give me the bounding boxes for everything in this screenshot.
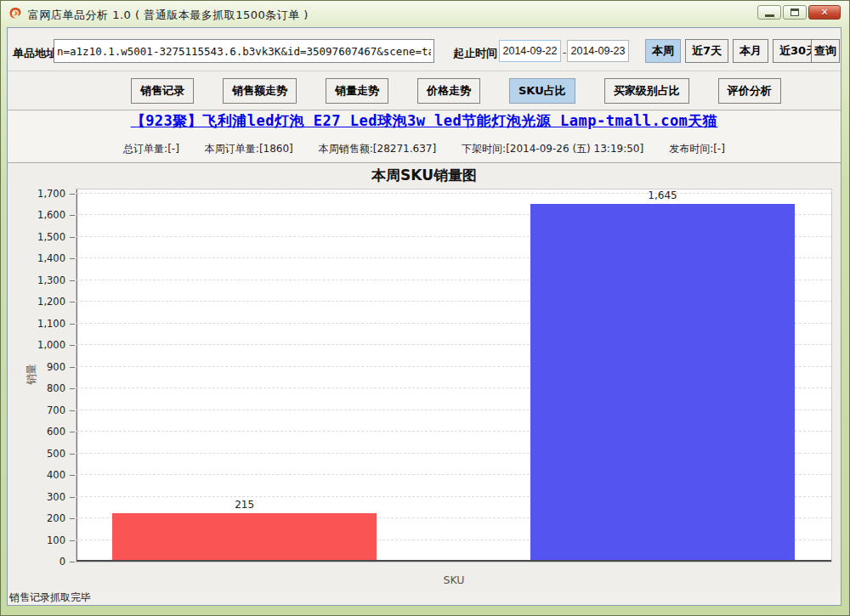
- product-link-row: 【923聚】飞利浦led灯泡 E27 Led球泡3w led节能灯泡光源 Lam…: [8, 111, 841, 137]
- y-tick-label: 1,200: [37, 296, 65, 308]
- close-icon: ✕: [820, 7, 828, 18]
- y-tick-mark: [70, 454, 75, 455]
- y-tick-label: 1,400: [37, 252, 65, 264]
- stat-item-0: 总订单量:[-]: [123, 142, 179, 156]
- range-button-0[interactable]: 本周: [645, 39, 681, 63]
- stat-item-3: 下架时间:[2014-09-26 (五) 13:19:50]: [462, 142, 643, 156]
- y-tick-label: 200: [47, 512, 65, 524]
- date-separator: -: [563, 47, 566, 59]
- tab-2[interactable]: 销量走势: [326, 78, 388, 104]
- y-tick-mark: [70, 237, 75, 238]
- stat-item-4: 发布时间:[-]: [669, 142, 725, 156]
- bar-value-label: 215: [112, 499, 377, 511]
- range-button-2[interactable]: 本月: [733, 39, 768, 63]
- y-tick-label: 1,100: [37, 318, 65, 330]
- range-button-group: 本周近7天本月近30天: [645, 39, 824, 63]
- y-tick-mark: [70, 388, 75, 389]
- y-tick-label: 1,500: [37, 231, 65, 243]
- range-button-1[interactable]: 近7天: [685, 39, 728, 63]
- y-tick-mark: [70, 497, 75, 498]
- y-tick-mark: [70, 562, 75, 562]
- y-tick-label: 1,300: [37, 274, 65, 286]
- window-controls: ✕: [757, 5, 841, 20]
- minimize-button[interactable]: [757, 5, 781, 20]
- y-tick-mark: [70, 410, 75, 411]
- y-axis-ticks: 01002003004005006007008009001,0001,1001,…: [8, 189, 76, 562]
- y-tick-label: 900: [47, 361, 65, 373]
- y-tick-label: 100: [47, 534, 65, 546]
- minimize-icon: [765, 14, 774, 17]
- y-axis-line: [76, 189, 77, 562]
- bar-value-label: 1,645: [530, 189, 796, 201]
- y-tick-mark: [70, 367, 75, 368]
- tab-1[interactable]: 销售额走势: [223, 78, 297, 104]
- tab-5[interactable]: 买家级别占比: [604, 78, 689, 104]
- tab-bar: 销售记录销售额走势销量走势价格走势SKU占比买家级别占比评价分析: [8, 71, 841, 110]
- y-tick-label: 700: [47, 404, 65, 416]
- app-icon: [8, 7, 22, 20]
- y-tick-mark: [70, 324, 75, 325]
- close-button[interactable]: ✕: [808, 5, 841, 20]
- x-axis-label: SKU: [76, 574, 832, 586]
- y-tick-mark: [70, 280, 75, 281]
- stat-item-2: 本周销售额:[28271.637]: [319, 142, 436, 156]
- y-tick-label: 800: [47, 382, 65, 394]
- tab-3[interactable]: 价格走势: [417, 78, 480, 104]
- y-tick-label: 500: [47, 448, 65, 460]
- maximize-icon: [790, 8, 799, 16]
- x-axis-line: [76, 560, 831, 562]
- chart-title: 本周SKU销量图: [8, 166, 841, 185]
- y-tick-label: 1,600: [37, 209, 65, 221]
- y-tick-mark: [70, 302, 75, 302]
- y-tick-label: 0: [60, 556, 65, 568]
- bar-1: 1,645: [530, 204, 796, 560]
- plot-area: 2151,645: [76, 189, 832, 562]
- y-tick-mark: [70, 194, 75, 195]
- date-to-input[interactable]: [567, 40, 629, 62]
- y-tick-mark: [70, 432, 75, 432]
- y-tick-label: 1,000: [37, 339, 65, 351]
- app-window: 富网店单品分析 1.0 ( 普通版本最多抓取1500条订单 ) ✕ 单品地址 起…: [0, 0, 850, 616]
- date-range-label: 起止时间: [453, 46, 497, 61]
- url-input[interactable]: [54, 39, 434, 63]
- y-tick-mark: [70, 345, 75, 346]
- tab-6[interactable]: 评价分析: [718, 78, 781, 104]
- y-tick-label: 300: [47, 491, 65, 503]
- status-bar: 销售记录抓取完毕: [8, 591, 841, 605]
- bar-0: 215: [112, 513, 377, 560]
- product-stats-row: 总订单量:[-]本周订单量:[1860]本周销售额:[28271.637]下架时…: [8, 137, 841, 161]
- y-tick-mark: [70, 540, 75, 541]
- query-button[interactable]: 查询: [811, 39, 840, 63]
- titlebar: 富网店单品分析 1.0 ( 普通版本最多抓取1500条订单 ) ✕: [1, 1, 849, 27]
- window-title: 富网店单品分析 1.0 ( 普通版本最多抓取1500条订单 ): [28, 8, 309, 23]
- toolbar: 单品地址 起止时间 - 本周近7天本月近30天 查询: [8, 28, 841, 71]
- status-text: 销售记录抓取完毕: [9, 591, 91, 603]
- tab-4[interactable]: SKU占比: [509, 78, 575, 104]
- tab-0[interactable]: 销售记录: [131, 78, 194, 104]
- y-tick-mark: [70, 475, 75, 476]
- date-from-input[interactable]: [499, 40, 561, 62]
- url-label: 单品地址: [13, 46, 57, 61]
- chart-panel: 本周SKU销量图 销量 0100200300400500600700800900…: [8, 162, 841, 593]
- product-link[interactable]: 【923聚】飞利浦led灯泡 E27 Led球泡3w led节能灯泡光源 Lam…: [131, 112, 718, 129]
- y-tick-mark: [70, 258, 75, 259]
- maximize-button[interactable]: [783, 5, 807, 20]
- y-tick-mark: [70, 215, 75, 216]
- y-tick-label: 400: [47, 469, 65, 481]
- y-tick-label: 1,700: [37, 188, 65, 200]
- y-tick-label: 600: [47, 426, 65, 438]
- y-tick-mark: [70, 518, 75, 519]
- stat-item-1: 本周订单量:[1860]: [205, 142, 293, 156]
- content-panel: 单品地址 起止时间 - 本周近7天本月近30天 查询 销售记录销售额走势销量走势…: [7, 27, 842, 606]
